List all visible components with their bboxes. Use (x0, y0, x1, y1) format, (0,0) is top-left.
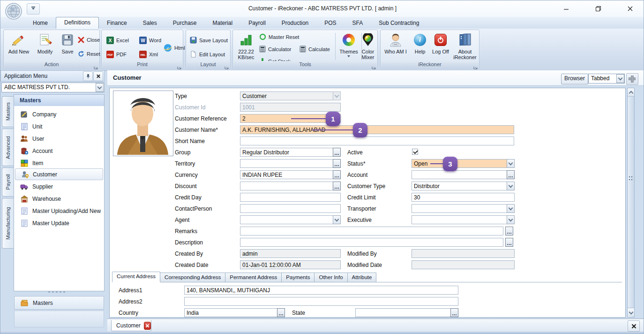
export-html-button[interactable]: e Html (164, 44, 185, 52)
app-logo-globe-icon[interactable] (4, 2, 23, 21)
export-xml-button[interactable]: XML Xml (139, 51, 158, 58)
country-lookup-button[interactable] (277, 308, 285, 317)
description-input[interactable] (240, 238, 503, 247)
tab-pos[interactable]: POS (316, 18, 344, 29)
export-word-button[interactable]: W Word (139, 37, 161, 44)
customer-name-input[interactable] (240, 125, 514, 134)
group-lookup-button[interactable] (333, 148, 341, 157)
sidebar-item-unit[interactable]: Unit (15, 121, 103, 132)
tab-current-address[interactable]: Current Address (112, 272, 160, 282)
restore-button[interactable] (587, 0, 609, 16)
vertical-tab-masters[interactable]: Masters (2, 96, 14, 127)
minimize-button[interactable] (555, 0, 577, 16)
territory-input[interactable] (240, 159, 341, 168)
tools-dialog-launcher-icon[interactable] (372, 63, 376, 68)
address1-input[interactable] (184, 286, 458, 295)
color-mixer-button[interactable]: Color Mixer (358, 32, 378, 60)
sidebar-item-company[interactable]: Company (15, 108, 103, 120)
log-off-button[interactable]: Log Off (429, 32, 452, 54)
tab-attribute[interactable]: Attribute (348, 273, 377, 282)
add-tab-button[interactable] (626, 73, 638, 85)
address2-input[interactable] (184, 297, 458, 306)
right-splitter-strip[interactable] (627, 88, 635, 318)
vertical-tab-manufacturing[interactable]: Manufacturing (2, 198, 14, 249)
account-input[interactable] (412, 170, 515, 179)
transporter-input[interactable] (412, 204, 515, 213)
customer-type-dropdown-icon[interactable] (507, 182, 515, 190)
territory-lookup-button[interactable] (333, 159, 341, 168)
type-input[interactable] (240, 91, 341, 100)
layout-dialog-launcher-icon[interactable] (225, 63, 229, 68)
transporter-dropdown-icon[interactable] (507, 204, 515, 213)
close-document-button[interactable] (628, 320, 640, 332)
country-input[interactable] (184, 308, 285, 317)
tab-payments[interactable]: Payments (282, 273, 315, 282)
currency-input[interactable] (240, 170, 341, 179)
description-lookup-button[interactable] (505, 238, 513, 247)
customer-type-input[interactable] (412, 182, 515, 190)
add-new-button[interactable]: Add New (6, 32, 32, 54)
remarks-input[interactable] (240, 227, 503, 235)
quick-access-toolbar-button[interactable] (27, 3, 40, 15)
splitter-grip[interactable] (629, 176, 633, 181)
status-input[interactable] (412, 159, 515, 168)
sidebar-item-customer[interactable]: Customer (15, 168, 103, 180)
state-input[interactable] (355, 308, 458, 317)
export-pdf-button[interactable]: PDF PDF (106, 51, 127, 58)
tab-home[interactable]: Home (25, 18, 56, 29)
sidebar-item-warehouse[interactable]: $ Warehouse (15, 193, 103, 205)
master-reset-button[interactable]: Master Reset (259, 33, 299, 40)
document-tab-close-button[interactable] (144, 322, 151, 330)
company-selector[interactable]: ABC MATRESS PVT LTD. (1, 83, 105, 92)
view-mode-dropdown-icon[interactable] (616, 74, 624, 83)
tab-sub-contracting[interactable]: Sub Contracting (371, 18, 427, 29)
themes-button[interactable]: Themes (337, 32, 360, 59)
browser-button[interactable]: Browser (561, 74, 588, 84)
credit-limit-input[interactable] (412, 193, 515, 202)
ireckoner-dialog-launcher-icon[interactable] (473, 63, 478, 68)
print-dialog-launcher-icon[interactable] (177, 63, 182, 68)
discount-lookup-button[interactable] (333, 182, 341, 190)
remarks-lookup-button[interactable] (505, 227, 513, 235)
edit-layout-button[interactable]: Edit Layout (190, 51, 225, 58)
short-name-input[interactable] (240, 137, 514, 145)
tab-other-info[interactable]: Other Info (315, 273, 347, 282)
about-ireckoner-button[interactable]: About iReckoner (451, 32, 479, 60)
modify-button[interactable]: Modify (33, 32, 57, 54)
active-checkbox[interactable] (412, 149, 418, 155)
close-button[interactable]: Close (78, 37, 100, 43)
customer-photo[interactable] (113, 91, 173, 156)
tab-purchase[interactable]: Purchase (165, 18, 205, 29)
close-window-button[interactable] (619, 0, 641, 16)
action-dialog-launcher-icon[interactable] (94, 63, 98, 68)
save-button[interactable]: Save (58, 32, 77, 54)
group-input[interactable] (240, 148, 341, 157)
vertical-tab-advanced[interactable]: Advanced (2, 129, 14, 166)
company-selector-dropdown-icon[interactable] (96, 83, 104, 92)
sidebar-item-master-uploading[interactable]: Master Uploading/Add New (15, 205, 103, 217)
calculator-button[interactable]: Calculator (259, 46, 292, 53)
tab-finance[interactable]: Finance (99, 18, 135, 29)
tab-permanent-address[interactable]: Permanent Address (225, 273, 282, 282)
calculate-button[interactable]: Calculate (300, 46, 330, 53)
tab-sales[interactable]: Sales (135, 18, 165, 29)
scroll-down-button[interactable] (628, 308, 634, 316)
agent-dropdown-icon[interactable] (333, 215, 341, 224)
tab-payroll[interactable]: Payroll (240, 18, 274, 29)
tab-corresponding-address[interactable]: Corresponding Address (160, 273, 225, 282)
tab-definitions[interactable]: Definitions (56, 17, 99, 29)
masters-bottom-bar[interactable]: Masters (14, 296, 104, 310)
sidebar-item-supplier[interactable]: Supplier (15, 181, 103, 192)
tab-material[interactable]: Material (204, 18, 240, 29)
tab-production[interactable]: Production (274, 18, 316, 29)
account-lookup-button[interactable] (507, 170, 515, 179)
export-excel-button[interactable]: X Excel (106, 37, 129, 44)
pin-button[interactable] (83, 71, 93, 81)
vertical-tab-payroll[interactable]: Payroll (2, 167, 14, 197)
credit-day-input[interactable] (240, 193, 341, 202)
executive-input[interactable] (412, 215, 515, 224)
reset-button[interactable]: Reset (78, 51, 100, 57)
help-button[interactable]: Help (411, 32, 429, 54)
discount-input[interactable] (240, 182, 341, 190)
currency-lookup-button[interactable] (333, 170, 341, 179)
